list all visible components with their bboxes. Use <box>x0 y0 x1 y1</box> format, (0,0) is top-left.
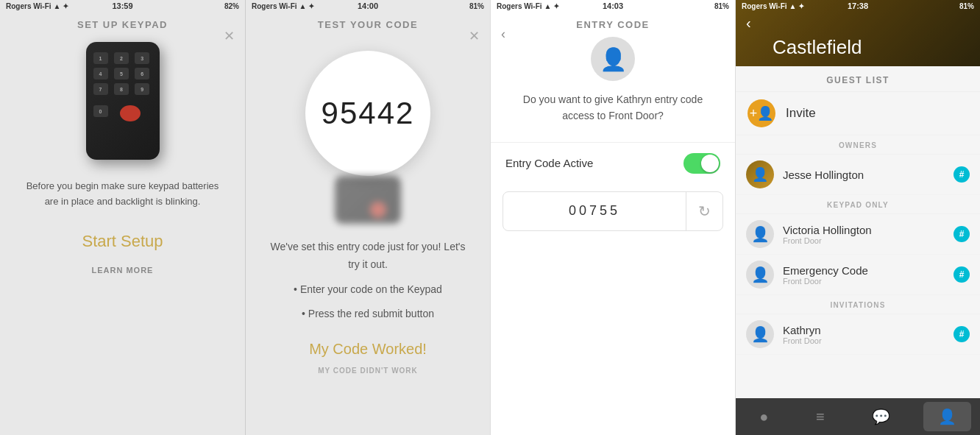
invite-label: Invite <box>786 106 816 121</box>
code-circle: 95442 <box>305 51 430 176</box>
key-5: 5 <box>114 68 129 79</box>
guest-row-kathryn[interactable]: 👤 Kathryn Front Door # <box>736 314 980 355</box>
tab-list-icon[interactable]: ≡ <box>801 403 839 431</box>
panel2-instruction-1: We've set this entry code just for you! … <box>246 238 490 281</box>
battery-2: 81% <box>469 2 484 10</box>
keypad-bottom-row: 0 <box>86 102 160 124</box>
status-bar-2: Rogers Wi-Fi ▲ ✦ 14:00 81% <box>246 0 490 12</box>
august-logo-key <box>120 105 141 121</box>
guest-sub-emergency: Front Door <box>783 277 954 286</box>
key-3: 3 <box>135 52 149 64</box>
guest-row-victoria[interactable]: 👤 Victoria Hollington Front Door # <box>736 214 980 255</box>
guest-sub-victoria: Front Door <box>783 236 954 245</box>
carrier-2: Rogers Wi-Fi <box>252 2 297 10</box>
key-8: 8 <box>114 83 129 95</box>
status-left-1: Rogers Wi-Fi ▲ ✦ <box>6 2 68 10</box>
panel4-header: Rogers Wi-Fi ▲ ✦ 17:38 81% ‹ Castlefield <box>736 0 980 66</box>
guest-name-emergency: Emergency Code <box>783 264 954 277</box>
code-display-row: 00755 ↻ <box>503 191 723 231</box>
key-4: 4 <box>93 68 108 79</box>
key-9: 9 <box>135 83 149 95</box>
close-button-1[interactable]: ✕ <box>224 28 235 44</box>
guest-sub-kathryn: Front Door <box>783 336 954 345</box>
entry-code-toggle[interactable] <box>683 153 720 174</box>
guest-avatar-kathryn: 👤 <box>746 320 774 348</box>
code-worked-button[interactable]: My Code Worked! <box>246 330 490 362</box>
avatar-icon: 👤 <box>600 46 627 72</box>
bottom-tab-bar: ● ≡ 💬 👤 <box>736 398 980 435</box>
guest-name-jesse: Jesse Hollington <box>783 169 954 181</box>
key-2: 2 <box>114 52 129 64</box>
guest-list-title: GUEST LIST <box>736 66 980 92</box>
section-owners: OWNERS <box>736 135 980 155</box>
tab-person-icon[interactable]: 👤 <box>923 402 971 431</box>
guest-avatar-emergency: 👤 <box>746 261 774 289</box>
invite-icon: +👤 <box>748 99 775 127</box>
battery-1: 82% <box>224 2 239 10</box>
carrier-3: Rogers Wi-Fi <box>497 2 542 10</box>
status-bar-1: Rogers Wi-Fi ▲ ✦ 13:59 82% <box>0 0 245 12</box>
key-0: 0 <box>93 105 108 117</box>
key-1: 1 <box>93 52 108 64</box>
battery-4: 81% <box>959 2 974 10</box>
guest-avatar-jesse: 👤 <box>746 160 774 188</box>
keypad-body: 1 2 3 4 5 6 7 8 9 0 <box>86 42 160 160</box>
code-display: 00755 <box>503 193 686 229</box>
section-invitations: INVITATIONS <box>736 295 980 314</box>
guest-name-victoria: Victoria Hollington <box>783 224 954 236</box>
panel-entry-code: Rogers Wi-Fi ▲ ✦ 14:03 81% ‹ ENTRY CODE … <box>490 0 735 435</box>
panel2-instruction-2: • Enter your code on the Keypad <box>246 281 490 306</box>
guest-info-victoria: Victoria Hollington Front Door <box>783 224 954 245</box>
status-right-1: 82% <box>224 2 239 10</box>
panel1-description: Before you begin make sure keypad batter… <box>0 179 245 224</box>
learn-more-button[interactable]: LEARN MORE <box>0 258 245 282</box>
section-keypad-only: KEYPAD ONLY <box>736 195 980 214</box>
toggle-knob <box>701 155 719 172</box>
status-bar-3: Rogers Wi-Fi ▲ ✦ 14:03 81% <box>491 0 735 12</box>
guest-name-kathryn: Kathryn <box>783 324 954 336</box>
start-setup-button[interactable]: Start Setup <box>0 224 245 258</box>
back-button-3[interactable]: ‹ <box>501 26 505 42</box>
guest-row-emergency[interactable]: 👤 Emergency Code Front Door # <box>736 255 980 295</box>
panel-guest-list: Rogers Wi-Fi ▲ ✦ 17:38 81% ‹ Castlefield… <box>735 0 980 435</box>
panel1-title: SET UP KEYPAD <box>0 12 245 36</box>
guest-info-emergency: Emergency Code Front Door <box>783 264 954 286</box>
back-button-4[interactable]: ‹ <box>746 15 751 32</box>
keypad-grid: 1 2 3 4 5 6 7 8 9 <box>86 42 160 102</box>
guest-info-jesse: Jesse Hollington <box>783 169 954 181</box>
close-button-2[interactable]: ✕ <box>469 28 480 44</box>
guest-badge-victoria: # <box>954 226 970 242</box>
time-3: 14:03 <box>603 1 623 10</box>
battery-3: 81% <box>714 2 729 10</box>
carrier-1: Rogers Wi-Fi <box>6 2 52 10</box>
panel-setup-keypad: Rogers Wi-Fi ▲ ✦ 13:59 82% SET UP KEYPAD… <box>0 0 245 435</box>
status-bar-4: Rogers Wi-Fi ▲ ✦ 17:38 81% <box>736 0 980 12</box>
entry-code-number: 95442 <box>322 96 415 131</box>
confirm-text: Do you want to give Kathryn entry code a… <box>491 91 735 142</box>
tab-home-icon[interactable]: ● <box>745 403 783 431</box>
refresh-button[interactable]: ↻ <box>686 192 722 230</box>
panel2-title: TEST YOUR CODE <box>246 12 490 36</box>
entry-code-active-label: Entry Code Active <box>505 157 593 169</box>
keypad-image: 1 2 3 4 5 6 7 8 9 0 <box>79 42 167 167</box>
carrier-4: Rogers Wi-Fi <box>742 2 787 10</box>
guest-info-kathryn: Kathryn Front Door <box>783 324 954 345</box>
time-2: 14:00 <box>358 1 378 10</box>
guest-badge-kathryn: # <box>954 326 970 342</box>
code-not-work-button[interactable]: MY CODE DIDN'T WORK <box>246 362 490 379</box>
guest-badge-jesse: # <box>954 166 970 183</box>
blurry-keypad <box>335 176 401 224</box>
invite-row[interactable]: +👤 Invite <box>736 92 980 135</box>
guest-row-jesse[interactable]: 👤 Jesse Hollington # <box>736 155 980 195</box>
key-6: 6 <box>135 68 149 79</box>
key-7: 7 <box>93 83 108 95</box>
guest-avatar-victoria: 👤 <box>746 220 774 248</box>
panel3-title: ENTRY CODE <box>576 12 650 40</box>
entry-code-active-row: Entry Code Active <box>491 142 735 184</box>
panel-test-code: Rogers Wi-Fi ▲ ✦ 14:00 81% TEST YOUR COD… <box>245 0 490 435</box>
blurry-red-button <box>370 202 386 218</box>
guest-badge-emergency: # <box>954 266 970 283</box>
time-1: 13:59 <box>112 1 132 10</box>
panel2-instruction-3: • Press the red submit button <box>246 305 490 330</box>
tab-chat-icon[interactable]: 💬 <box>857 402 905 431</box>
